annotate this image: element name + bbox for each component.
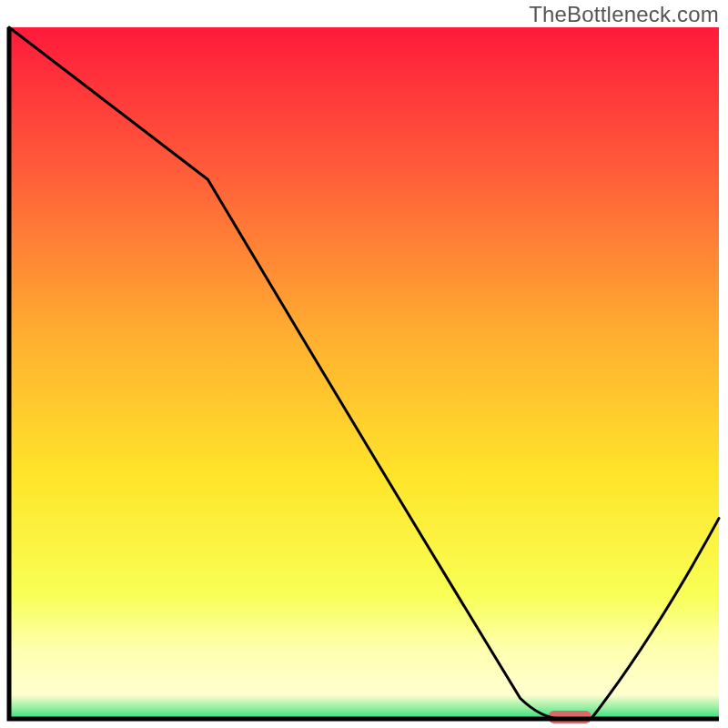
bottleneck-chart [0,0,728,728]
watermark-text: TheBottleneck.com [529,2,719,27]
plot-background [9,27,719,719]
